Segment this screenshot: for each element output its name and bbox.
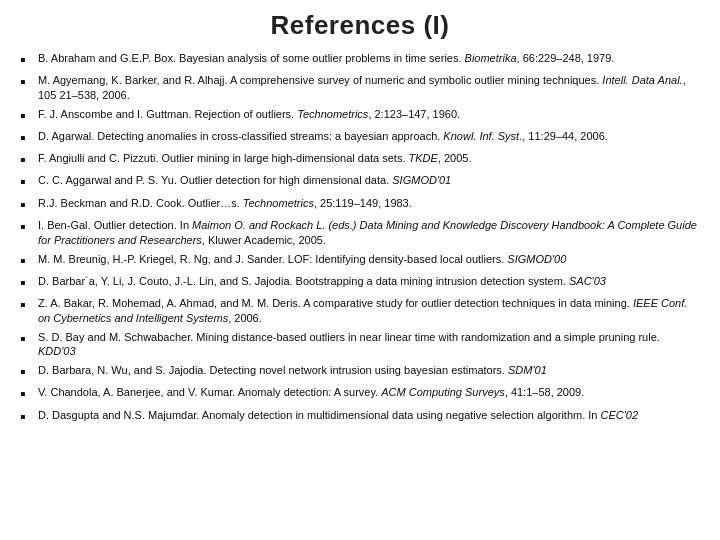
bullet-icon: ▪ [20, 295, 34, 314]
reference-text: M. Agyemang, K. Barker, and R. Alhajj. A… [38, 73, 700, 103]
list-item: ▪M. Agyemang, K. Barker, and R. Alhajj. … [20, 73, 700, 103]
reference-text: Z. A. Bakar, R. Mohemad, A. Ahmad, and M… [38, 296, 700, 326]
page-title: References (I) [20, 10, 700, 41]
references-list: ▪B. Abraham and G.E.P. Box. Bayesian ana… [20, 51, 700, 430]
bullet-icon: ▪ [20, 407, 34, 426]
list-item: ▪F. J. Anscombe and I. Guttman. Rejectio… [20, 107, 700, 125]
bullet-icon: ▪ [20, 128, 34, 147]
bullet-icon: ▪ [20, 329, 34, 348]
reference-text: S. D. Bay and M. Schwabacher. Mining dis… [38, 330, 700, 360]
list-item: ▪D. Dasgupta and N.S. Majumdar. Anomaly … [20, 408, 700, 426]
bullet-icon: ▪ [20, 150, 34, 169]
reference-text: F. J. Anscombe and I. Guttman. Rejection… [38, 107, 700, 122]
reference-text: I. Ben-Gal. Outlier detection. In Maimon… [38, 218, 700, 248]
page: References (I) ▪B. Abraham and G.E.P. Bo… [0, 0, 720, 540]
reference-text: D. Barbara, N. Wu, and S. Jajodia. Detec… [38, 363, 700, 378]
reference-text: M. M. Breunig, H.-P. Kriegel, R. Ng, and… [38, 252, 700, 267]
reference-text: D. Dasgupta and N.S. Majumdar. Anomaly d… [38, 408, 700, 423]
bullet-icon: ▪ [20, 195, 34, 214]
bullet-icon: ▪ [20, 362, 34, 381]
bullet-icon: ▪ [20, 251, 34, 270]
list-item: ▪D. Barbara, N. Wu, and S. Jajodia. Dete… [20, 363, 700, 381]
list-item: ▪R.J. Beckman and R.D. Cook. Outlier…s. … [20, 196, 700, 214]
reference-text: C. C. Aggarwal and P. S. Yu. Outlier det… [38, 173, 700, 188]
list-item: ▪D. Agarwal. Detecting anomalies in cros… [20, 129, 700, 147]
list-item: ▪F. Angiulli and C. Pizzuti. Outlier min… [20, 151, 700, 169]
list-item: ▪M. M. Breunig, H.-P. Kriegel, R. Ng, an… [20, 252, 700, 270]
bullet-icon: ▪ [20, 72, 34, 91]
reference-text: D. Agarwal. Detecting anomalies in cross… [38, 129, 700, 144]
reference-text: F. Angiulli and C. Pizzuti. Outlier mini… [38, 151, 700, 166]
list-item: ▪Z. A. Bakar, R. Mohemad, A. Ahmad, and … [20, 296, 700, 326]
bullet-icon: ▪ [20, 217, 34, 236]
bullet-icon: ▪ [20, 50, 34, 69]
bullet-icon: ▪ [20, 384, 34, 403]
reference-text: D. Barbar´a, Y. Li, J. Couto, J.-L. Lin,… [38, 274, 700, 289]
reference-text: R.J. Beckman and R.D. Cook. Outlier…s. T… [38, 196, 700, 211]
bullet-icon: ▪ [20, 106, 34, 125]
reference-text: B. Abraham and G.E.P. Box. Bayesian anal… [38, 51, 700, 66]
list-item: ▪C. C. Aggarwal and P. S. Yu. Outlier de… [20, 173, 700, 191]
list-item: ▪B. Abraham and G.E.P. Box. Bayesian ana… [20, 51, 700, 69]
list-item: ▪V. Chandola, A. Banerjee, and V. Kumar.… [20, 385, 700, 403]
bullet-icon: ▪ [20, 172, 34, 191]
list-item: ▪S. D. Bay and M. Schwabacher. Mining di… [20, 330, 700, 360]
list-item: ▪D. Barbar´a, Y. Li, J. Couto, J.-L. Lin… [20, 274, 700, 292]
list-item: ▪I. Ben-Gal. Outlier detection. In Maimo… [20, 218, 700, 248]
bullet-icon: ▪ [20, 273, 34, 292]
reference-text: V. Chandola, A. Banerjee, and V. Kumar. … [38, 385, 700, 400]
